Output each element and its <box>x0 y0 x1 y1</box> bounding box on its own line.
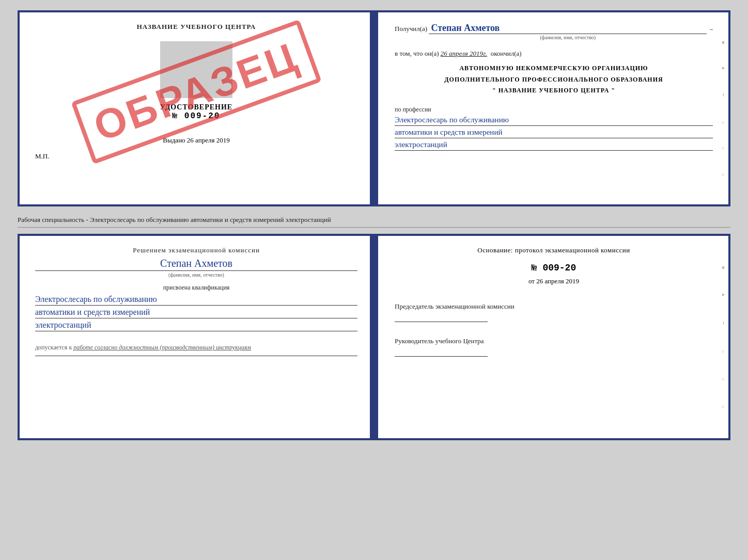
qualification-line3: электростанций <box>35 321 357 331</box>
cert-vydano: Выдано 26 апреля 2019 <box>35 136 357 145</box>
dopuskaetsya-value: работе согласно должностным (производств… <box>73 344 251 351</box>
predsedatel-sig-line <box>395 322 488 322</box>
poluchil-value: Степан Ахметов <box>429 23 707 34</box>
photo-placeholder <box>160 41 232 98</box>
vtom-row: в том, что он(а) 26 апреля 2019г. окончи… <box>395 50 713 58</box>
left-page-top: НАЗВАНИЕ УЧЕБНОГО ЦЕНТРА УДОСТОВЕРЕНИЕ №… <box>20 12 374 204</box>
osnovaniye-text: Основание: протокол экзаменационной коми… <box>395 246 713 254</box>
poluchil-label: Получил(а) <box>395 25 427 33</box>
dopuskaetsya-prefix: допускается к <box>35 344 72 351</box>
school-name-top: НАЗВАНИЕ УЧЕБНОГО ЦЕНТРА <box>35 23 357 31</box>
side-char-5: – <box>716 147 726 150</box>
org-block: АВТОНОМНУЮ НЕКОММЕРЧЕСКУЮ ОРГАНИЗАЦИЮ ДО… <box>395 63 713 97</box>
side-char-6: – <box>716 173 726 176</box>
right-page-top: Получил(а) Степан Ахметов (фамилия, имя,… <box>374 12 728 204</box>
fio-sublabel-bottom: (фамилия, имя, отчество) <box>35 272 357 278</box>
poluchil-row: Получил(а) Степан Ахметов (фамилия, имя,… <box>395 23 713 40</box>
between-text: Рабочая специальность - Электрослесарь п… <box>18 213 730 228</box>
certificate-book-top: НАЗВАНИЕ УЧЕБНОГО ЦЕНТРА УДОСТОВЕРЕНИЕ №… <box>18 10 730 206</box>
cert-number: № 009-20 <box>35 111 357 121</box>
predsedatel-block: Председатель экзаменационной комиссии <box>395 302 713 330</box>
side-char-b4: – <box>716 350 726 353</box>
ot-label: от <box>528 277 535 285</box>
rukovoditel-block: Руководитель учебного Центра <box>395 337 713 365</box>
book-spine <box>370 12 378 204</box>
side-char-b2: а <box>716 294 726 296</box>
bottom-line-left <box>35 356 357 356</box>
po-professii-label: по профессии <box>395 106 713 114</box>
left-page-bottom: Решением экзаменационной комиссии Степан… <box>20 236 374 438</box>
book-spine-bottom <box>370 236 378 438</box>
cert-udostoverenie-label: УДОСТОВЕРЕНИЕ <box>35 103 357 111</box>
rukovoditel-sig-line <box>395 356 488 357</box>
right-page-bottom: Основание: протокол экзаменационной коми… <box>374 236 728 438</box>
side-char-4: – <box>716 121 726 124</box>
profession-line3: электростанций <box>395 140 713 151</box>
person-name-bottom: Степан Ахметов <box>35 258 357 271</box>
protocol-number-bottom: № 009-20 <box>395 263 713 273</box>
certificate-book-bottom: Решением экзаменационной комиссии Степан… <box>18 234 730 440</box>
resheniem-text: Решением экзаменационной комиссии <box>35 246 357 254</box>
side-char-b1: и <box>716 266 726 269</box>
org-line1: АВТОНОМНУЮ НЕКОММЕРЧЕСКУЮ ОРГАНИЗАЦИЮ <box>395 63 713 74</box>
predsedatel-title: Председатель экзаменационной комиссии <box>395 302 713 311</box>
side-char-1: и <box>716 41 726 44</box>
profession-line2: автоматики и средств измерений <box>395 128 713 138</box>
ot-date-bottom: от 26 апреля 2019 <box>395 277 713 285</box>
vtom-label: в том, что он(а) <box>395 50 439 58</box>
org-line2: ДОПОЛНИТЕЛЬНОГО ПРОФЕССИОНАЛЬНОГО ОБРАЗО… <box>395 74 713 86</box>
side-lines-top: и а ← – – – <box>714 12 728 204</box>
side-char-b3: ← <box>716 321 726 326</box>
qualification-line1: Электрослесарь по обслуживанию <box>35 295 357 306</box>
qualification-line2: автоматики и средств измерений <box>35 308 357 318</box>
side-lines-bottom: и а ← – – – <box>714 236 728 438</box>
vtom-date: 26 апреля 2019г. <box>441 50 487 58</box>
fio-sublabel-top: (фамилия, имя, отчество) <box>429 35 707 40</box>
prisvoyena-text: присвоена квалификация <box>35 284 357 292</box>
side-char-b6: – <box>716 406 726 408</box>
ot-date-value: 26 апреля 2019 <box>536 277 579 285</box>
org-line3: " НАЗВАНИЕ УЧЕБНОГО ЦЕНТРА " <box>395 85 713 97</box>
rukovoditel-title: Руководитель учебного Центра <box>395 337 713 346</box>
cert-mp: М.П. <box>35 152 357 161</box>
profession-line1: Электрослесарь по обслуживанию <box>395 116 713 126</box>
dopuskaetsya-block: допускается к работе согласно должностны… <box>35 344 357 351</box>
side-char-2: а <box>716 67 726 69</box>
vydano-label: Выдано <box>163 136 185 144</box>
side-char-3: ← <box>716 93 726 98</box>
side-char-b5: – <box>716 378 726 381</box>
okonchil-label: окончил(а) <box>491 50 522 58</box>
vydano-date: 26 апреля 2019 <box>187 136 230 144</box>
dash1: – <box>710 25 713 33</box>
